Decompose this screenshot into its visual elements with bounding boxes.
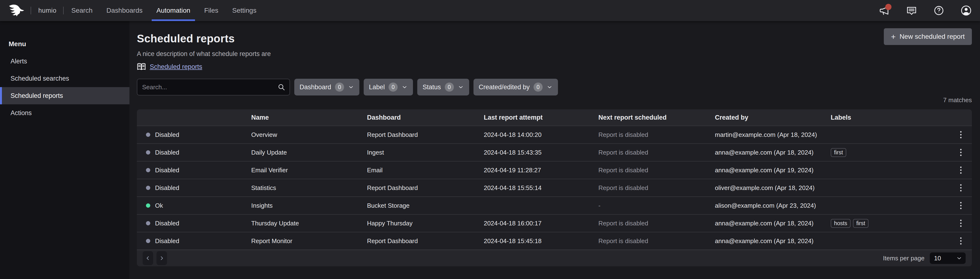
falcon-logo-icon[interactable] — [7, 3, 25, 18]
filter-count-badge: 0 — [335, 83, 344, 92]
sidebar-item-scheduled-searches[interactable]: Scheduled searches — [0, 70, 129, 87]
account-icon[interactable] — [960, 5, 972, 16]
docs-link[interactable]: Scheduled reports — [150, 63, 202, 70]
sidebar: Menu AlertsScheduled searchesScheduled r… — [0, 21, 129, 279]
kebab-menu-icon[interactable] — [958, 165, 964, 175]
nav-items: SearchDashboardsAutomationFilesSettings — [71, 0, 256, 21]
kebab-menu-icon[interactable] — [958, 182, 964, 193]
last-report-attempt: 2024-04-18 16:00:17 — [484, 220, 598, 227]
nav-right-icons — [878, 5, 972, 16]
column-header-created-by: Created by — [715, 114, 831, 121]
table-body: DisabledOverviewReport Dashboard2024-04-… — [137, 126, 972, 250]
nav-divider — [63, 7, 64, 14]
kebab-menu-icon[interactable] — [958, 200, 964, 211]
items-per-page-label: Items per page — [883, 255, 924, 262]
status-label: Disabled — [155, 184, 179, 192]
report-name[interactable]: Report Monitor — [251, 238, 367, 245]
filter-dropdown-dashboard[interactable]: Dashboard0 — [294, 79, 360, 96]
page-description: A nice description of what schedule repo… — [137, 50, 271, 58]
filter-count-badge: 0 — [445, 83, 454, 92]
dashboard-name: Bucket Storage — [367, 202, 484, 209]
plus-icon: + — [891, 32, 896, 41]
created-by: anna@example.com (Apr 18, 2024) — [715, 220, 831, 227]
status-cell: Disabled — [137, 238, 251, 245]
last-report-attempt: 2024-04-18 15:55:14 — [484, 184, 598, 192]
kebab-menu-icon[interactable] — [958, 218, 964, 229]
report-name[interactable]: Overview — [251, 131, 367, 139]
sidebar-item-alerts[interactable]: Alerts — [0, 53, 129, 70]
column-header-labels: Labels — [831, 114, 954, 121]
items-per-page-select[interactable]: 10 — [930, 252, 966, 264]
search-icon[interactable] — [278, 83, 285, 91]
column-header-next-report-scheduled: Next report scheduled — [598, 114, 715, 121]
created-by: anna@example.com (Apr 19, 2024) — [715, 167, 831, 174]
search-box — [137, 79, 290, 96]
status-label: Disabled — [155, 149, 179, 156]
next-report-scheduled: Report is disabled — [598, 184, 715, 192]
kebab-menu-icon[interactable] — [958, 147, 964, 158]
nav-item-files[interactable]: Files — [204, 0, 218, 21]
created-by: anna@example.com (Apr 18, 2024) — [715, 238, 831, 245]
created-by: martin@example.com (Apr 18, 2024) — [715, 131, 831, 139]
status-cell: Disabled — [137, 149, 251, 156]
filter-label: Dashboard — [299, 83, 331, 91]
feedback-icon[interactable] — [906, 5, 917, 16]
notification-dot — [885, 4, 891, 10]
report-name[interactable]: Daily Update — [251, 149, 367, 156]
next-report-scheduled: Report is disabled — [598, 220, 715, 227]
search-input[interactable] — [142, 83, 278, 91]
pager — [143, 251, 167, 265]
filter-dropdown-status[interactable]: Status0 — [417, 79, 469, 96]
chevron-down-icon — [546, 84, 553, 90]
nav-item-automation[interactable]: Automation — [156, 0, 191, 21]
report-name[interactable]: Statistics — [251, 184, 367, 192]
nav-item-search[interactable]: Search — [71, 0, 92, 21]
column-header-last-report-attempt: Last report attempt — [484, 114, 598, 121]
sidebar-item-scheduled-reports[interactable]: Scheduled reports — [0, 87, 129, 104]
chevron-down-icon — [348, 84, 354, 90]
status-label: Disabled — [155, 167, 179, 174]
chevron-down-icon — [401, 84, 408, 90]
filter-dropdown-created-edited-by[interactable]: Created/edited by0 — [474, 79, 558, 96]
new-scheduled-report-button[interactable]: + New scheduled report — [884, 28, 972, 45]
status-dot-icon — [146, 132, 150, 137]
matches-count: 7 matches — [943, 96, 972, 104]
report-name[interactable]: Email Verifier — [251, 167, 367, 174]
report-name[interactable]: Insights — [251, 202, 367, 209]
label-badge-first: first — [853, 219, 869, 228]
kebab-menu-icon[interactable] — [958, 129, 964, 140]
filter-label: Status — [423, 83, 441, 91]
dashboard-name: Email — [367, 167, 484, 174]
table-footer: Items per page 10 — [137, 250, 972, 266]
status-cell: Ok — [137, 202, 251, 209]
last-report-attempt: 2024-04-19 11:28:27 — [484, 167, 598, 174]
next-page-button[interactable] — [156, 251, 167, 265]
report-name[interactable]: Thursday Update — [251, 220, 367, 227]
nav-item-settings[interactable]: Settings — [232, 0, 256, 21]
status-label: Disabled — [155, 220, 179, 227]
filter-dropdown-label[interactable]: Label0 — [364, 79, 413, 96]
table-row-statistics: DisabledStatisticsReport Dashboard2024-0… — [137, 179, 972, 196]
table-row-email-verifier: DisabledEmail VerifierEmail2024-04-19 11… — [137, 161, 972, 179]
row-actions-cell — [954, 165, 972, 175]
brand-name[interactable]: humio — [38, 7, 56, 14]
status-dot-icon — [146, 186, 150, 190]
kebab-menu-icon[interactable] — [958, 236, 964, 247]
table-header: NameDashboardLast report attemptNext rep… — [137, 109, 972, 126]
last-report-attempt: 2024-04-18 15:43:35 — [484, 149, 598, 156]
chevron-down-icon — [458, 84, 464, 90]
next-report-scheduled: Report is disabled — [598, 149, 715, 156]
next-report-scheduled: - — [598, 202, 715, 209]
filter-label: Created/edited by — [479, 83, 530, 91]
prev-page-button[interactable] — [143, 251, 153, 265]
row-actions-cell — [954, 147, 972, 158]
status-dot-icon — [146, 203, 150, 208]
status-cell: Disabled — [137, 184, 251, 192]
announcements-icon[interactable] — [878, 5, 890, 16]
nav-item-dashboards[interactable]: Dashboards — [107, 0, 143, 21]
help-icon[interactable] — [933, 5, 945, 16]
sidebar-menu-label: Menu — [0, 40, 129, 48]
table-row-daily-update: DisabledDaily UpdateIngest2024-04-18 15:… — [137, 143, 972, 161]
status-label: Disabled — [155, 131, 179, 139]
sidebar-item-actions[interactable]: Actions — [0, 104, 129, 121]
